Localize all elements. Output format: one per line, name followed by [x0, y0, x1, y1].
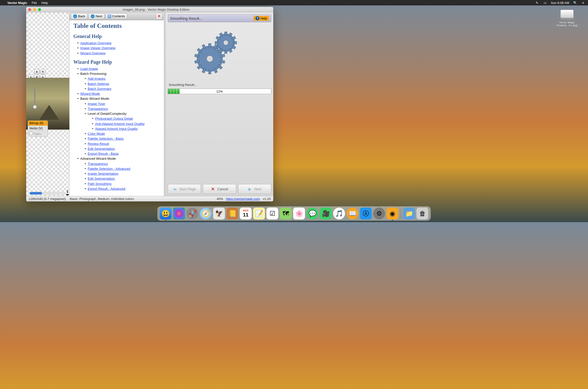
status-zoom: 40%: [217, 197, 223, 201]
paths-checkbox[interactable]: Paths: [28, 131, 48, 136]
dock-itunes[interactable]: 🎵: [333, 208, 345, 219]
dock-system-preferences[interactable]: ⚙: [373, 208, 385, 219]
dock-mail[interactable]: 🦅: [213, 208, 225, 219]
help-question-icon: ?: [256, 16, 259, 20]
help-link[interactable]: Image Viewer Overview: [80, 46, 115, 50]
file-menu[interactable]: File: [32, 1, 37, 5]
dock-ibooks[interactable]: 📖: [347, 208, 359, 219]
window-maximize-button[interactable]: [38, 8, 41, 11]
dock-reminders[interactable]: ☑: [267, 208, 278, 219]
dock-calendar[interactable]: MAR11: [240, 208, 252, 219]
help-link[interactable]: Application Overview: [80, 41, 111, 45]
help-link[interactable]: Edit Segmentation: [88, 147, 115, 151]
help-link[interactable]: Palette Selection - Advanced: [88, 167, 130, 170]
svg-rect-2: [224, 32, 227, 35]
progress-help-button[interactable]: ? Help: [254, 16, 269, 21]
help-link[interactable]: Load Image: [80, 67, 98, 71]
help-link[interactable]: Color Mode: [88, 132, 105, 135]
dock-safari[interactable]: 🧭: [200, 208, 212, 219]
help-content[interactable]: Table of Contents General Help Applicati…: [70, 20, 164, 196]
dock-vector-magic[interactable]: ◉: [387, 208, 399, 219]
image-viewer-pane: ∧ ⌖ < # > ∨ Bitmap (B) Vector (V) Paths: [26, 12, 70, 196]
dock-downloads[interactable]: 📁: [403, 208, 415, 219]
spotlight-icon[interactable]: 🔍: [573, 1, 577, 5]
airplay-icon[interactable]: ▭: [543, 1, 547, 5]
dock-trash[interactable]: 🗑: [416, 208, 428, 219]
vector-mode-button[interactable]: Vector (V): [28, 126, 48, 131]
svg-rect-5: [233, 41, 237, 44]
help-link[interactable]: Wizard Overview: [80, 51, 106, 55]
dock-photos[interactable]: 🌸: [293, 208, 305, 219]
list-icon: [108, 15, 111, 18]
paths-checkbox-input[interactable]: [29, 132, 33, 135]
dock-launchpad[interactable]: 🚀: [186, 208, 198, 219]
help-toolbar: ←Back →Next Contents ✕: [70, 12, 164, 20]
dock-notes[interactable]: 📝: [253, 208, 265, 219]
dock-maps[interactable]: 🗺: [280, 208, 292, 219]
dock-contacts[interactable]: 📒: [226, 208, 238, 219]
viewer-horizontal-scrollbar[interactable]: [28, 192, 65, 195]
macos-dock: 😃 🚀 🧭 🦅 📒 MAR11 📝 ☑ 🗺 🌸 💬 🎥 🎵 📖 Ⓐ ⚙ ◉ 📁 …: [157, 206, 431, 221]
help-link[interactable]: Export Result - Advanced: [88, 187, 125, 191]
clock[interactable]: Sun 6:08 AM: [551, 1, 569, 5]
dock-facetime[interactable]: 🎥: [320, 208, 332, 219]
window-title: images_08.png - Vector Magic Desktop Edi…: [41, 8, 271, 11]
window-minimize-button[interactable]: [33, 8, 36, 11]
help-link[interactable]: Palette Selection - Basic: [88, 137, 124, 140]
help-back-button[interactable]: ←Back: [71, 13, 87, 19]
dock-separator: [401, 208, 401, 219]
help-link[interactable]: Batch Summary: [88, 87, 111, 91]
dock-finder[interactable]: 😃: [160, 208, 172, 219]
zoom-slider[interactable]: [34, 88, 35, 110]
help-title: Table of Contents: [74, 22, 160, 30]
help-link[interactable]: Anti-Aliased Artwork Input Quality: [95, 122, 145, 126]
desktop-disk-icon[interactable]: Vector Magic Desktop...Fix [kg]: [556, 10, 578, 27]
scrollbar-thumb[interactable]: [30, 192, 42, 194]
window-close-button[interactable]: [28, 8, 31, 11]
help-contents-button[interactable]: Contents: [106, 13, 127, 19]
svg-rect-23: [209, 70, 211, 74]
window-titlebar[interactable]: images_08.png - Vector Magic Desktop Edi…: [26, 7, 273, 12]
help-menu[interactable]: Help: [41, 1, 48, 5]
help-link[interactable]: Aliased Artwork Input Quality: [95, 127, 138, 130]
help-link[interactable]: Image Type: [88, 102, 105, 106]
help-link[interactable]: Batch Settings: [88, 82, 109, 86]
help-link[interactable]: Wizard Mode: [80, 92, 100, 96]
next-button[interactable]: ▶Next: [238, 184, 271, 194]
help-link[interactable]: Image Segmentation: [88, 172, 119, 175]
progress-percent: 12%: [168, 90, 271, 93]
progress-bar: 12%: [168, 89, 271, 94]
dock-siri[interactable]: [173, 208, 185, 219]
help-link[interactable]: Transparency: [88, 107, 108, 111]
bitmap-mode-button[interactable]: Bitmap (B): [28, 121, 48, 126]
help-link[interactable]: Add Images: [88, 77, 106, 80]
viewer-scroll-arrows[interactable]: ▲▼◀▶: [66, 190, 69, 195]
zoom-slider-handle[interactable]: [33, 105, 37, 109]
pen-tablet-icon[interactable]: ✎: [535, 1, 539, 5]
app-menu[interactable]: Vector Magic: [7, 1, 27, 5]
help-link[interactable]: Review Result: [88, 142, 109, 146]
desktop-icon-label: Vector Magic Desktop...Fix [kg]: [556, 21, 578, 27]
cancel-button[interactable]: ✕Cancel: [203, 184, 236, 194]
progress-pane: Smoothing Result... ? Help Smoothing Res…: [166, 12, 273, 196]
help-link[interactable]: Edit Segmentation: [88, 177, 115, 180]
dock-appstore[interactable]: Ⓐ: [360, 208, 372, 219]
help-link[interactable]: Path Smoothing: [88, 182, 111, 186]
disk-image-icon: [561, 10, 573, 20]
help-link[interactable]: Export Result - Basic: [88, 152, 119, 156]
help-pane: ←Back →Next Contents ✕ Table of Contents…: [70, 12, 166, 196]
svg-rect-16: [209, 43, 211, 48]
help-close-button[interactable]: ✕: [156, 13, 162, 20]
status-url-link[interactable]: https://vectormagic.com: [226, 197, 260, 201]
zoom-fit-button[interactable]: ⌖: [40, 69, 45, 74]
start-page-button[interactable]: ⏮Start Page: [168, 184, 201, 194]
dock-messages[interactable]: 💬: [307, 208, 319, 219]
gears-graphic: [168, 24, 271, 81]
help-next-button[interactable]: →Next: [88, 13, 105, 19]
progress-header: Smoothing Result... ? Help: [168, 14, 271, 22]
help-link[interactable]: Transparency: [88, 162, 108, 166]
pan-up-button[interactable]: ∧: [34, 69, 39, 74]
notification-center-icon[interactable]: ≡: [581, 1, 585, 5]
help-link[interactable]: Photograph Output Detail: [95, 117, 133, 121]
svg-rect-11: [215, 41, 219, 44]
